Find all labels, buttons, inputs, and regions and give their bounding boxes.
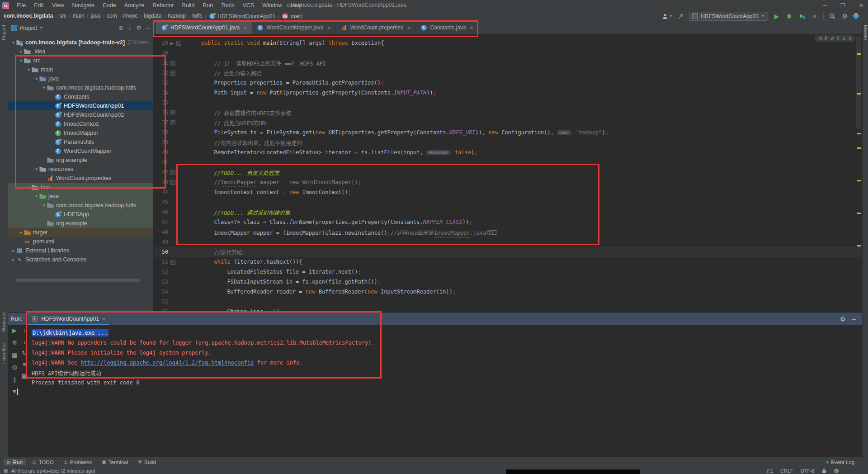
tab-hdfswordcountapp01.java[interactable]: C▶HDFSWordCountApp01.java✕ — [156, 21, 252, 34]
next-issue-icon[interactable]: ∨ — [849, 36, 852, 41]
toolwindow-build[interactable]: ⚒Build — [134, 459, 160, 465]
tree-item-com.imooc.bigdata.hadoop.hdfs[interactable]: ▾com.imooc.bigdata.hadoop.hdfs — [8, 83, 153, 92]
close-icon[interactable]: ✕ — [243, 25, 247, 30]
close-icon[interactable]: ✕ — [102, 317, 105, 322]
hide-panel-icon[interactable]: ─ — [852, 316, 856, 322]
run-toolbar-icon[interactable]: ▤ — [22, 372, 27, 379]
tree-item-imooccontext[interactable]: CImoocContext — [8, 119, 153, 128]
menu-analyze[interactable]: Analyze — [120, 2, 148, 9]
error-stripe-mark[interactable] — [857, 133, 861, 134]
tree-item-hdfswordcountapp01[interactable]: C▶HDFSWordCountApp01 — [8, 101, 153, 110]
tree-item-src[interactable]: ▾src — [8, 56, 153, 65]
run-toolbar-icon[interactable]: ↻ — [22, 350, 27, 356]
menu-file[interactable]: File — [13, 2, 30, 9]
tree-item-wordcountmapper[interactable]: CWordCountMapper — [8, 147, 153, 156]
code-area[interactable]: 29▶-public static void main(String[] arg… — [154, 34, 862, 312]
editor-area[interactable]: C▶HDFSWordCountApp01.java✕CWordCountMapp… — [154, 21, 862, 312]
locate-icon[interactable]: ⊕ — [118, 24, 123, 31]
settings-gear-icon[interactable]: ⚙ — [840, 316, 845, 322]
vcs-update-icon[interactable] — [676, 12, 684, 20]
toolwindow-event-log[interactable]: ●Event Log — [822, 459, 858, 465]
menu-code[interactable]: Code — [99, 2, 120, 9]
tree-item-paramsutils[interactable]: C▶ParamsUtils — [8, 137, 153, 147]
close-icon[interactable]: ✕ — [327, 25, 330, 30]
error-stripe-mark[interactable] — [857, 213, 861, 214]
close-icon[interactable]: ✕ — [470, 25, 473, 30]
chevron-down-icon[interactable]: ▼ — [39, 26, 43, 30]
tree-item-hdfswordcountapp02[interactable]: C▶HDFSWordCountApp02 — [8, 110, 153, 119]
menu-window[interactable]: Window — [258, 2, 286, 9]
run-toolbar-icon[interactable]: ∥ — [13, 376, 16, 383]
inspections-widget[interactable]: ⚠ 2 ✔ 4 ∧ ∨ — [815, 35, 855, 42]
run-toolbar-icon[interactable]: ↓ — [23, 338, 26, 345]
menu-view[interactable]: View — [48, 2, 68, 9]
ide-plugin-icon[interactable] — [853, 13, 860, 20]
caret-position[interactable]: 7:1 — [766, 468, 773, 474]
run-toolbar-icon[interactable]: ▶ — [12, 327, 17, 334]
close-icon[interactable]: ✕ — [407, 25, 410, 30]
console-output[interactable]: D:\jdk\bin\java.exe ...log4j:WARN No app… — [32, 328, 375, 388]
error-stripe-mark[interactable] — [857, 180, 861, 181]
tab-wordcountmapper.java[interactable]: CWordCountMapper.java✕ — [252, 21, 336, 34]
menu-refactor[interactable]: Refactor — [148, 2, 178, 9]
settings-gear-icon[interactable]: ⚙ — [136, 24, 142, 31]
file-encoding[interactable]: UTF-8 — [801, 468, 815, 474]
search-everywhere-icon[interactable] — [828, 12, 836, 20]
close-button[interactable]: ✕ — [859, 2, 863, 9]
user-dropdown-arrow[interactable]: ▾ — [670, 14, 672, 18]
editor-scrollbar[interactable] — [856, 36, 861, 129]
error-stripe-mark[interactable] — [857, 147, 861, 149]
toolwindow-todo[interactable]: ☑TODO — [29, 459, 57, 465]
fold-icon[interactable]: - — [170, 170, 175, 175]
expand-collapse-icon[interactable]: ↕ — [128, 24, 132, 31]
menu-run[interactable]: Run — [198, 2, 217, 9]
tab-constants.java[interactable]: CConstants.java✕ — [415, 21, 478, 34]
breadcrumb-imooc[interactable]: imooc — [123, 13, 137, 19]
minimize-button[interactable]: ─ — [823, 2, 827, 9]
run-button[interactable]: ▶ — [773, 12, 781, 20]
breadcrumb-com[interactable]: com — [107, 13, 117, 19]
stripe-project-tab[interactable]: Project — [1, 25, 6, 40]
run-toolbar-icon[interactable]: ↑ — [23, 327, 26, 334]
breadcrumb-hadoop[interactable]: hadoop — [168, 13, 186, 19]
tree-item-org.example[interactable]: org.example — [8, 156, 153, 165]
fold-end-icon[interactable]: - — [170, 180, 175, 185]
breadcrumb-com.imooc.bigdata[interactable]: com.imooc.bigdata — [4, 13, 53, 19]
breadcrumb-main[interactable]: main — [73, 13, 85, 19]
run-configuration-select[interactable]: HDFSWordCountApp01 ▼ — [689, 12, 768, 21]
maximize-button[interactable]: ❐ — [840, 2, 845, 9]
hector-inspections-icon[interactable] — [834, 468, 839, 474]
error-stripe-mark[interactable] — [857, 93, 861, 95]
stripe-structure-tab[interactable]: Structure — [1, 312, 6, 332]
line-ending[interactable]: CRLF — [780, 468, 793, 474]
menu-edit[interactable]: Edit — [30, 2, 48, 9]
fold-end-icon[interactable]: - — [170, 120, 175, 125]
tree-item-target[interactable]: ▸target — [8, 228, 153, 237]
run-console-tab[interactable]: HDFSWordCountApp01 ✕ — [28, 313, 109, 325]
tree-item-test[interactable]: ▾test — [8, 183, 153, 192]
user-icon[interactable] — [661, 12, 669, 20]
run-toolbar-icon[interactable]: ◎ — [12, 364, 17, 370]
tree-item-scratches-and-consoles[interactable]: ▸✎Scratches and Consoles — [8, 255, 153, 264]
tree-item-resources[interactable]: ▾resources — [8, 165, 153, 174]
tree-item-main[interactable]: ▾main — [8, 65, 153, 74]
menu-build[interactable]: Build — [178, 2, 199, 9]
tree-item-imoocmapper[interactable]: IImoocMapper — [8, 128, 153, 137]
hide-panel-icon[interactable]: ─ — [146, 24, 151, 31]
settings-gear-icon[interactable]: ⚙ — [841, 12, 849, 20]
run-toolbar-icon[interactable]: ≡ — [23, 361, 26, 368]
error-stripe-mark[interactable] — [857, 53, 861, 55]
run-toolbar-icon[interactable]: ▦ — [12, 351, 17, 358]
tree-item-hdfsapp[interactable]: C▶HDFSApp — [8, 210, 153, 219]
tab-wordcount.properties[interactable]: WordCount.properties✕ — [336, 21, 416, 34]
toolwindow-terminal[interactable]: ▣Terminal — [98, 459, 132, 465]
stripe-favorites-tab[interactable]: Favorites — [1, 343, 6, 364]
project-panel-title[interactable]: Project — [19, 25, 37, 31]
console-link[interactable]: http://logging.apache.org/log4j/1.2/faq.… — [80, 360, 254, 366]
breadcrumb-hdfs[interactable]: hdfs — [192, 13, 203, 19]
menu-navigate[interactable]: Navigate — [68, 2, 99, 9]
fold-icon[interactable]: - — [170, 61, 175, 66]
menu-vcs[interactable]: VCS — [238, 2, 258, 9]
fold-icon[interactable]: - — [176, 41, 181, 46]
error-stripe-mark[interactable] — [857, 245, 861, 246]
